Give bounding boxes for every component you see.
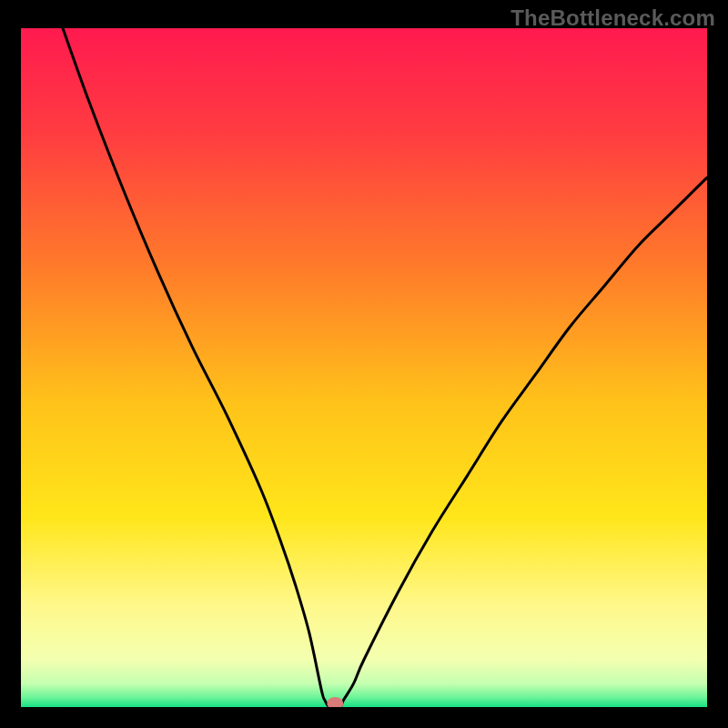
plot-area: [21, 28, 707, 707]
plot-svg: [21, 28, 707, 707]
watermark-text: TheBottleneck.com: [511, 5, 715, 31]
gradient-background: [21, 28, 707, 707]
chart-frame: TheBottleneck.com: [0, 0, 728, 728]
